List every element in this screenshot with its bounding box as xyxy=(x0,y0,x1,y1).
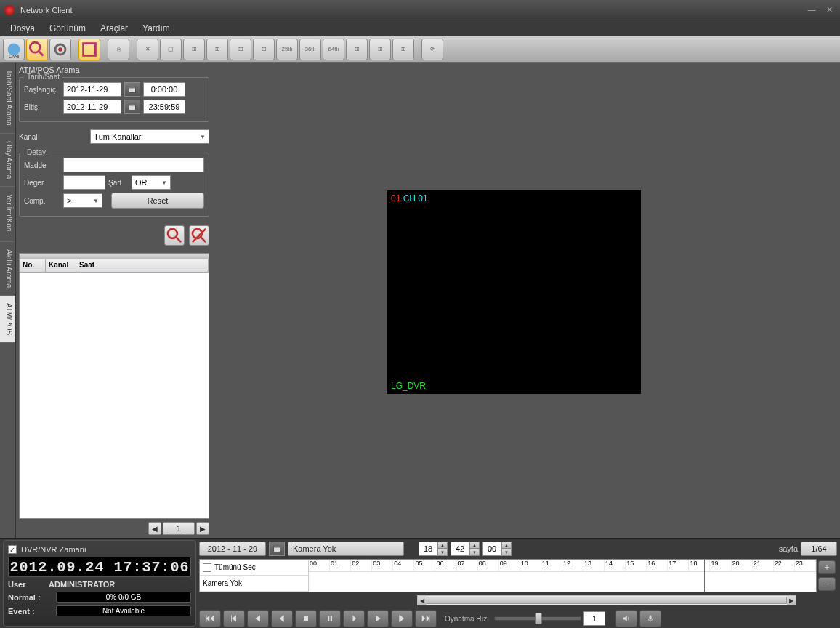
menu-help[interactable]: Yardım xyxy=(142,23,170,33)
item-label: Madde xyxy=(24,161,60,169)
speaker-button[interactable] xyxy=(615,610,637,627)
col-channel[interactable]: Kanal xyxy=(46,259,76,272)
play-fwd-button[interactable] xyxy=(367,610,389,627)
skip-back-button[interactable] xyxy=(199,610,221,627)
datetime-legend: Tarih/Saat xyxy=(24,73,62,81)
search-cancel-button[interactable] xyxy=(189,225,209,246)
live-button[interactable] xyxy=(3,39,25,60)
settings-button[interactable] xyxy=(49,39,71,60)
timeline-camera[interactable]: Kamera Yok xyxy=(288,542,404,556)
layout-4-button[interactable]: ⊞ xyxy=(183,39,205,60)
dvr-name-overlay: LG_DVR xyxy=(391,381,426,391)
search-mode-button[interactable] xyxy=(26,39,48,60)
tab-atmpos[interactable]: ATM/POS xyxy=(0,296,15,343)
normal-value: 0% 0/0 GB xyxy=(56,592,191,603)
tab-datetime-search[interactable]: Tarih/Saat Arama xyxy=(0,63,15,134)
start-date-input[interactable] xyxy=(63,82,121,97)
menu-file[interactable]: Dosya xyxy=(10,23,35,33)
timeline-cursor[interactable] xyxy=(704,560,705,592)
zoom-out-button[interactable]: － xyxy=(818,577,836,591)
mic-button[interactable] xyxy=(639,610,661,627)
refresh-button[interactable]: ⟳ xyxy=(421,39,443,60)
sidebar-panel: ATM/POS Arama Tarih/Saat Başlangıç Bitiş… xyxy=(16,63,212,538)
minute-spinner[interactable]: 42▲▼ xyxy=(451,542,480,556)
zoom-in-button[interactable]: ＋ xyxy=(818,560,836,574)
layout-b-button[interactable]: ⊞ xyxy=(369,39,391,60)
layout-8-button[interactable]: ⊞ xyxy=(230,39,251,60)
svg-rect-5 xyxy=(84,43,96,55)
results-body xyxy=(20,273,209,518)
col-time[interactable]: Saat xyxy=(76,259,209,272)
comp-select[interactable]: >▼ xyxy=(63,193,102,208)
reset-button[interactable]: Reset xyxy=(111,193,204,209)
start-calendar-button[interactable] xyxy=(124,82,140,97)
date-time-group: Tarih/Saat Başlangıç Bitiş xyxy=(19,77,209,122)
video-tile[interactable]: 01 CH 01 LG_DVR xyxy=(387,190,641,394)
item-input[interactable] xyxy=(63,158,204,172)
layout-36-button[interactable]: 36tlı xyxy=(299,39,321,60)
end-date-input[interactable] xyxy=(63,100,121,114)
timeline-page: 1/64 xyxy=(801,542,837,556)
channel-label: Kanal xyxy=(19,133,55,141)
selectall-label: Tümünü Seç xyxy=(214,563,256,571)
normal-label: Normal : xyxy=(8,593,52,602)
stop-button[interactable] xyxy=(295,610,317,627)
tab-bookmark[interactable]: Yer İmi/Koru xyxy=(0,187,15,242)
timeline-calendar-button[interactable] xyxy=(269,542,285,556)
layout-64-button[interactable]: 64tlı xyxy=(323,39,344,60)
layout-c-button[interactable]: ⊞ xyxy=(392,39,414,60)
title-bar: Network Client — ✕ xyxy=(0,0,840,20)
frame-back-button[interactable] xyxy=(271,610,293,627)
end-time-input[interactable] xyxy=(143,100,185,114)
selectall-checkbox[interactable] xyxy=(203,563,211,572)
speed-value: 1 xyxy=(583,611,605,626)
play-back-button[interactable] xyxy=(247,610,269,627)
dvrtime-checkbox[interactable]: ✓ xyxy=(8,545,17,554)
comp-label: Comp. xyxy=(24,197,60,205)
minimize-button[interactable]: — xyxy=(805,5,818,15)
status-box: ✓ DVR/NVR Zamanı 2012.09.24 17:37:06 Use… xyxy=(3,540,196,627)
atmpos-button[interactable] xyxy=(78,39,100,60)
page-next-button[interactable]: ▶ xyxy=(196,522,209,535)
tab-smart-search[interactable]: Akıllı Arama xyxy=(0,242,15,296)
end-calendar-button[interactable] xyxy=(124,100,140,114)
col-no[interactable]: No. xyxy=(20,259,46,272)
step-fwd-button[interactable] xyxy=(391,610,413,627)
window-title: Network Client xyxy=(20,6,801,15)
svg-point-1 xyxy=(30,42,40,52)
pause-button[interactable] xyxy=(319,610,341,627)
menu-view[interactable]: Görünüm xyxy=(49,23,86,33)
print-button[interactable]: ⎙ xyxy=(108,39,129,60)
svg-rect-18 xyxy=(328,616,329,621)
timeline-scrollbar[interactable]: ◀ ▶ xyxy=(417,595,796,605)
page-prev-button[interactable]: ◀ xyxy=(148,522,161,535)
menu-tools[interactable]: Araçlar xyxy=(100,23,128,33)
frame-fwd-button[interactable] xyxy=(343,610,365,627)
layout-6-button[interactable]: ⊞ xyxy=(206,39,228,60)
close-button[interactable]: ✕ xyxy=(823,5,836,15)
cond-select[interactable]: OR▼ xyxy=(132,175,171,190)
value-input[interactable] xyxy=(63,175,105,190)
timeline-date[interactable]: 2012 - 11 - 29 xyxy=(199,542,266,556)
tab-event-search[interactable]: Olay Arama xyxy=(0,134,15,187)
svg-rect-7 xyxy=(129,86,136,88)
layout-a-button[interactable]: ⊞ xyxy=(346,39,368,60)
start-label: Başlangıç xyxy=(24,86,60,94)
close-view-button[interactable]: ✕ xyxy=(137,39,158,60)
layout-25-button[interactable]: 25tlı xyxy=(276,39,298,60)
search-execute-button[interactable] xyxy=(164,225,185,246)
value-label: Değer xyxy=(24,179,60,187)
layout-1-button[interactable]: ▢ xyxy=(160,39,182,60)
detail-legend: Detay xyxy=(24,148,49,156)
start-time-input[interactable] xyxy=(143,82,185,97)
skip-fwd-button[interactable] xyxy=(415,610,437,627)
timeline-ruler[interactable]: 0001020304050607080910111213141516171819… xyxy=(309,560,816,592)
channel-select[interactable]: Tüm Kanallar▼ xyxy=(90,129,209,144)
hour-spinner[interactable]: 18▲▼ xyxy=(419,542,448,556)
speed-slider[interactable] xyxy=(494,616,581,621)
second-spinner[interactable]: 00▲▼ xyxy=(482,542,512,556)
side-tabs: Tarih/Saat Arama Olay Arama Yer İmi/Koru… xyxy=(0,63,16,538)
step-back-button[interactable] xyxy=(223,610,245,627)
layout-9-button[interactable]: ⊞ xyxy=(253,39,275,60)
menu-bar: Dosya Görünüm Araçlar Yardım xyxy=(0,20,840,36)
